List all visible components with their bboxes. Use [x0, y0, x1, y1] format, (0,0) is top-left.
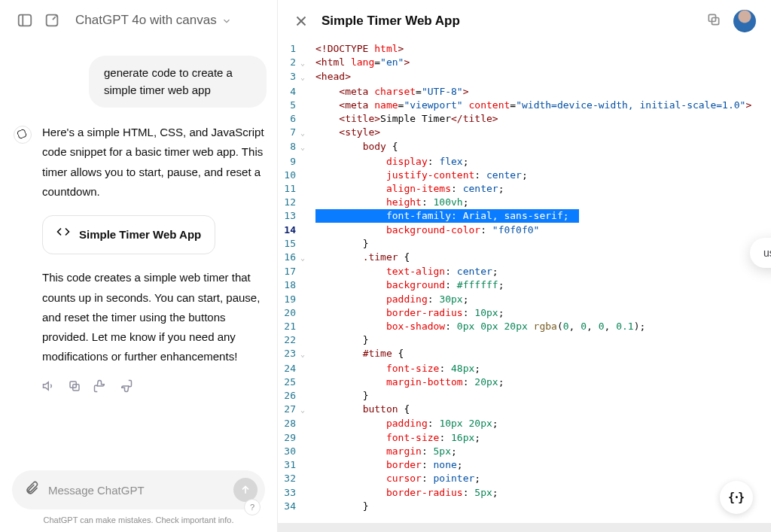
thumbs-down-icon[interactable] — [119, 379, 133, 393]
code-line[interactable]: 34 } — [278, 500, 771, 513]
canvas-attachment-card[interactable]: Simple Timer Web App — [42, 215, 215, 254]
fold-toggle[interactable]: ⌄ — [300, 70, 312, 84]
code-line[interactable]: 26 } — [278, 389, 771, 403]
code-line[interactable]: 11 align-items: center; — [278, 182, 771, 196]
code-line[interactable]: 25 margin-bottom: 20px; — [278, 375, 771, 389]
read-aloud-icon[interactable] — [42, 379, 56, 393]
help-button[interactable]: ? — [244, 499, 261, 515]
code-content[interactable]: border: none; — [312, 458, 771, 472]
code-line[interactable]: 13 font-family: Arial, sans-serif; — [278, 209, 771, 223]
inline-prompt-text[interactable]: use a modern font — [763, 247, 771, 259]
code-line[interactable]: 33 border-radius: 5px; — [278, 486, 771, 500]
code-content[interactable]: background-color: "f0f0f0" — [312, 223, 771, 237]
code-content[interactable]: margin: 5px; — [312, 445, 771, 458]
send-button[interactable] — [233, 478, 258, 502]
composer-input[interactable]: Message ChatGPT — [48, 484, 224, 497]
code-content[interactable]: .timer { — [312, 251, 771, 265]
attach-icon[interactable] — [24, 481, 39, 499]
code-content[interactable]: <meta charset="UTF-8"> — [312, 85, 771, 99]
code-line[interactable]: 28 padding: 10px 20px; — [278, 417, 771, 430]
fold-toggle[interactable]: ⌄ — [300, 251, 312, 265]
code-line[interactable]: 3⌄<head> — [278, 70, 771, 84]
code-content[interactable]: font-size: 16px; — [312, 431, 771, 445]
code-line[interactable]: 27⌄ button { — [278, 403, 771, 417]
fold-toggle[interactable]: ⌄ — [300, 403, 312, 417]
code-content[interactable]: } — [312, 237, 771, 251]
code-line[interactable]: 31 border: none; — [278, 458, 771, 472]
fold-toggle[interactable]: ⌄ — [300, 347, 312, 361]
code-content[interactable]: <html lang="en"> — [312, 56, 771, 70]
code-line[interactable]: 14 background-color: "f0f0f0" — [278, 223, 771, 237]
editor-scroll[interactable]: 1<!DOCTYPE html>2⌄<html lang="en">3⌄<hea… — [278, 42, 771, 518]
code-line[interactable]: 1<!DOCTYPE html> — [278, 42, 771, 56]
code-content[interactable]: <meta name="viewport" content="width=dev… — [312, 99, 771, 112]
code-line[interactable]: 2⌄<html lang="en"> — [278, 56, 771, 70]
code-line[interactable]: 24 font-size: 48px; — [278, 362, 771, 375]
code-content[interactable]: } — [312, 389, 771, 403]
line-number: 16 — [278, 251, 300, 265]
code-content[interactable]: #time { — [312, 347, 771, 361]
code-content[interactable]: font-size: 48px; — [312, 362, 771, 375]
code-content[interactable]: font-family: Arial, sans-serif; — [312, 209, 771, 223]
code-line[interactable]: 15 } — [278, 237, 771, 251]
code-line[interactable]: 23⌄ #time { — [278, 347, 771, 361]
code-line[interactable]: 17 text-align: center; — [278, 265, 771, 278]
composer-area: Message ChatGPT ChatGPT can make mistake… — [0, 470, 277, 532]
code-content[interactable]: padding: 30px; — [312, 293, 771, 306]
code-content[interactable]: padding: 10px 20px; — [312, 417, 771, 430]
code-line[interactable]: 18 background: #ffffff; — [278, 278, 771, 292]
code-content[interactable]: align-items: center; — [312, 182, 771, 196]
model-selector[interactable]: ChatGPT 4o with canvas — [75, 13, 232, 28]
code-content[interactable]: justify-content: center; — [312, 169, 771, 182]
code-line[interactable]: 12 height: 100vh; — [278, 196, 771, 209]
code-content[interactable]: border-radius: 10px; — [312, 306, 771, 320]
code-line[interactable]: 32 cursor: pointer; — [278, 472, 771, 485]
code-content[interactable]: <title>Simple Timer</title> — [312, 112, 771, 126]
code-editor[interactable]: 1<!DOCTYPE html>2⌄<html lang="en">3⌄<hea… — [278, 42, 771, 532]
code-content[interactable]: } — [312, 333, 771, 347]
code-line[interactable]: 19 padding: 30px; — [278, 293, 771, 306]
code-content[interactable]: border-radius: 5px; — [312, 486, 771, 500]
code-content[interactable]: button { — [312, 403, 771, 417]
close-canvas-icon[interactable] — [293, 13, 309, 29]
fold-toggle — [300, 375, 312, 389]
code-line[interactable]: 9 display: flex; — [278, 155, 771, 169]
composer[interactable]: Message ChatGPT — [12, 470, 265, 509]
code-line[interactable]: 21 box-shadow: 0px 0px 20px rgba(0, 0, 0… — [278, 320, 771, 333]
code-line[interactable]: 10 justify-content: center; — [278, 169, 771, 182]
code-line[interactable]: 16⌄ .timer { — [278, 251, 771, 265]
code-content[interactable]: height: 100vh; — [312, 196, 771, 209]
conversation-scroll[interactable]: generate code to create a simple timer w… — [0, 41, 277, 470]
code-content[interactable]: margin-bottom: 20px; — [312, 375, 771, 389]
code-line[interactable]: 30 margin: 5px; — [278, 445, 771, 458]
code-line[interactable]: 8⌄ body { — [278, 140, 771, 154]
code-line[interactable]: 29 font-size: 16px; — [278, 431, 771, 445]
code-content[interactable]: body { — [312, 140, 771, 154]
code-content[interactable]: <!DOCTYPE html> — [312, 42, 771, 56]
code-content[interactable]: } — [312, 500, 771, 513]
code-content[interactable]: cursor: pointer; — [312, 472, 771, 485]
fold-toggle[interactable]: ⌄ — [300, 126, 312, 140]
code-line[interactable]: 4 <meta charset="UTF-8"> — [278, 85, 771, 99]
code-content[interactable]: box-shadow: 0px 0px 20px rgba(0, 0, 0, 0… — [312, 320, 771, 333]
fold-toggle[interactable]: ⌄ — [300, 140, 312, 154]
user-avatar[interactable] — [733, 10, 756, 32]
code-line[interactable]: 6 <title>Simple Timer</title> — [278, 112, 771, 126]
code-fab-button[interactable]: {•} — [720, 481, 753, 514]
code-line[interactable]: 20 border-radius: 10px; — [278, 306, 771, 320]
horizontal-scrollbar[interactable] — [278, 523, 771, 532]
new-chat-icon[interactable] — [44, 12, 60, 29]
code-content[interactable]: text-align: center; — [312, 265, 771, 278]
code-content[interactable]: display: flex; — [312, 155, 771, 169]
toggle-sidebar-icon[interactable] — [17, 12, 33, 29]
code-line[interactable]: 5 <meta name="viewport" content="width=d… — [278, 99, 771, 112]
fold-toggle[interactable]: ⌄ — [300, 56, 312, 70]
code-content[interactable]: background: #ffffff; — [312, 278, 771, 292]
code-content[interactable]: <head> — [312, 70, 771, 84]
code-content[interactable]: <style> — [312, 126, 771, 140]
thumbs-up-icon[interactable] — [93, 379, 107, 393]
copy-icon[interactable] — [68, 379, 81, 393]
copy-code-icon[interactable] — [706, 12, 721, 30]
code-line[interactable]: 22 } — [278, 333, 771, 347]
code-line[interactable]: 7⌄ <style> — [278, 126, 771, 140]
